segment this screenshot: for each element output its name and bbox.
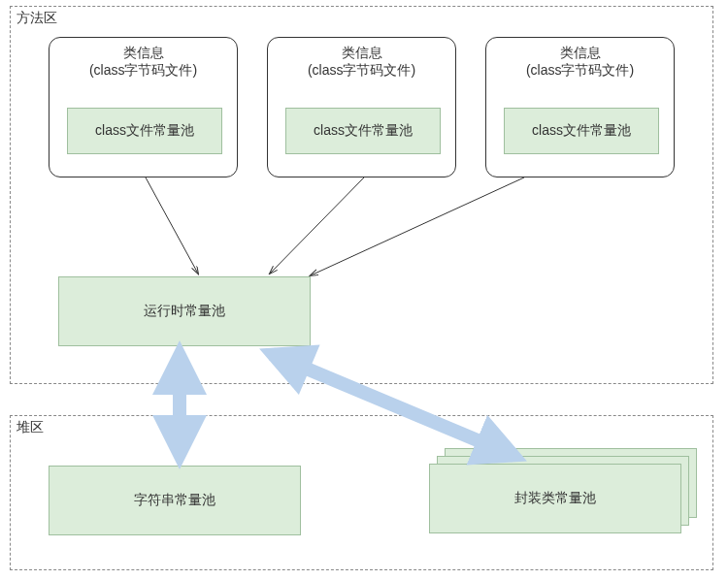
heap-area-label: 堆区 [17,419,44,436]
class-info-title-line1: 类信息 [123,45,164,60]
class-info-title-line2-c: (class字节码文件) [526,62,634,78]
class-info-box-1: 类信息 (class字节码文件) class文件常量池 [49,37,238,177]
class-info-title-line1-b: 类信息 [342,45,382,60]
class-info-title-2: 类信息 (class字节码文件) [268,38,455,79]
runtime-constant-pool: 运行时常量池 [58,276,311,346]
class-info-title-line1-c: 类信息 [560,45,601,60]
class-file-pool-3: class文件常量池 [504,108,659,154]
class-info-title-line2: (class字节码文件) [89,62,197,78]
class-file-pool-2: class文件常量池 [285,108,441,154]
class-info-box-2: 类信息 (class字节码文件) class文件常量池 [267,37,456,177]
class-info-title-line2-b: (class字节码文件) [308,62,415,78]
method-area-label: 方法区 [17,10,57,27]
class-info-title-3: 类信息 (class字节码文件) [486,38,674,79]
wrapper-constant-pool: 封装类常量池 [429,464,681,533]
class-info-title-1: 类信息 (class字节码文件) [50,38,237,79]
class-file-pool-1: class文件常量池 [67,108,222,154]
class-info-box-3: 类信息 (class字节码文件) class文件常量池 [485,37,675,177]
string-constant-pool: 字符串常量池 [49,466,301,535]
